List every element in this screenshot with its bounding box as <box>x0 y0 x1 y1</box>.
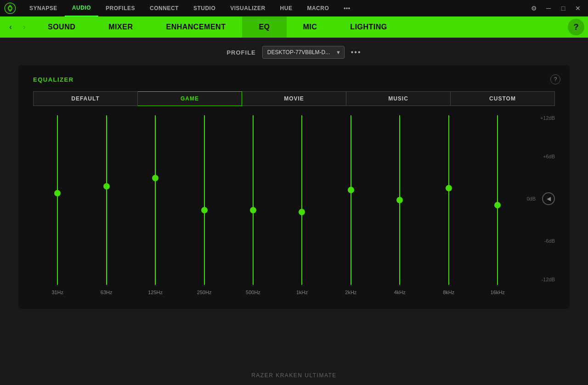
device-label: RAZER KRAKEN ULTIMATE <box>251 372 337 379</box>
preset-game[interactable]: GAME <box>138 91 242 106</box>
slider-thumb-125Hz[interactable] <box>152 175 158 181</box>
freq-label-16kHz: 16kHz <box>491 290 505 295</box>
tab-eq[interactable]: EQ <box>242 17 286 38</box>
eq-sliders-area: 31Hz63Hz125Hz250Hz500Hz1kHz2kHz4kHz8kHz1… <box>33 115 555 295</box>
help-button[interactable]: ? <box>568 19 584 35</box>
slider-track-16kHz[interactable] <box>497 115 498 285</box>
slider-col-250Hz: 250Hz <box>180 115 228 295</box>
slider-track-1kHz[interactable] <box>301 115 302 285</box>
tab-lighting[interactable]: LIGHTING <box>334 17 403 38</box>
slider-thumb-500Hz[interactable] <box>250 207 256 213</box>
profile-label: PROFILE <box>226 49 255 56</box>
freq-label-1kHz: 1kHz <box>296 290 308 295</box>
slider-thumb-2kHz[interactable] <box>348 187 354 193</box>
db-label-6minus: -6dB <box>544 238 555 244</box>
eq-sliders: 31Hz63Hz125Hz250Hz500Hz1kHz2kHz4kHz8kHz1… <box>33 115 522 295</box>
preset-music[interactable]: MUSIC <box>346 91 451 106</box>
slider-col-125Hz: 125Hz <box>131 115 180 295</box>
nav-visualizer[interactable]: VISUALIZER <box>223 0 272 17</box>
freq-label-250Hz: 250Hz <box>197 290 212 295</box>
slider-thumb-4kHz[interactable] <box>396 197 403 203</box>
eq-help-button[interactable]: ? <box>550 74 560 84</box>
db-label-0: 0dB <box>526 196 536 201</box>
slider-col-4kHz: 4kHz <box>375 115 424 295</box>
preset-movie[interactable]: MOVIE <box>242 91 346 106</box>
profile-bar: PROFILE DESKTOP-77VB8LM-D... ▼ ••• <box>0 38 588 65</box>
freq-label-500Hz: 500Hz <box>246 290 260 295</box>
profile-select-wrap[interactable]: DESKTOP-77VB8LM-D... ▼ <box>262 46 345 59</box>
nav-synapse[interactable]: SYNAPSE <box>22 0 65 17</box>
slider-track-250Hz[interactable] <box>204 115 205 285</box>
slider-col-2kHz: 2kHz <box>327 115 375 295</box>
nav-profiles[interactable]: PROFILES <box>98 0 142 17</box>
eq-title: EQUALIZER <box>33 76 555 83</box>
slider-track-2kHz[interactable] <box>351 115 351 285</box>
close-button[interactable]: ✕ <box>571 2 584 15</box>
settings-icon[interactable]: ⚙ <box>527 2 540 15</box>
slider-thumb-16kHz[interactable] <box>494 202 501 208</box>
app-logo[interactable] <box>4 2 17 15</box>
slider-col-8kHz: 8kHz <box>424 115 473 295</box>
nav-connect[interactable]: CONNECT <box>142 0 186 17</box>
nav-forward-arrow[interactable]: › <box>17 19 31 35</box>
slider-track-8kHz[interactable] <box>448 115 449 285</box>
nav-studio[interactable]: STUDIO <box>186 0 223 17</box>
window-controls: ⚙ ─ □ ✕ <box>527 2 584 15</box>
slider-track-63Hz[interactable] <box>106 115 107 285</box>
minimize-button[interactable]: ─ <box>542 2 555 15</box>
second-nav: ‹ › SOUND MIXER ENHANCEMENT EQ MIC LIGHT… <box>0 17 588 38</box>
nav-back-arrow[interactable]: ‹ <box>4 19 17 35</box>
preset-default[interactable]: DEFAULT <box>33 91 138 106</box>
slider-thumb-1kHz[interactable] <box>299 209 305 215</box>
db-label-12plus: +12dB <box>540 115 555 121</box>
main-content: EQUALIZER ? DEFAULT GAME MOVIE MUSIC CUS… <box>0 65 588 309</box>
tab-enhancement[interactable]: ENHANCEMENT <box>149 17 242 38</box>
slider-thumb-8kHz[interactable] <box>446 185 452 191</box>
slider-track-4kHz[interactable] <box>399 115 400 285</box>
nav-macro[interactable]: MACRO <box>300 0 336 17</box>
preset-custom[interactable]: CUSTOM <box>451 91 555 106</box>
freq-label-63Hz: 63Hz <box>101 290 113 295</box>
slider-track-125Hz[interactable] <box>155 115 156 285</box>
tab-mic[interactable]: MIC <box>287 17 334 38</box>
eq-panel: EQUALIZER ? DEFAULT GAME MOVIE MUSIC CUS… <box>18 65 570 309</box>
slider-col-16kHz: 16kHz <box>473 115 522 295</box>
nav-hue[interactable]: HUE <box>273 0 300 17</box>
eq-reset-button[interactable]: ◀ <box>542 192 555 205</box>
slider-thumb-63Hz[interactable] <box>103 183 110 190</box>
slider-thumb-31Hz[interactable] <box>54 190 61 196</box>
db-label-12minus: -12dB <box>542 277 555 282</box>
tab-mixer[interactable]: MIXER <box>92 17 149 38</box>
top-nav: SYNAPSE AUDIO PROFILES CONNECT STUDIO VI… <box>0 0 588 17</box>
profile-select[interactable]: DESKTOP-77VB8LM-D... <box>262 46 345 59</box>
slider-col-500Hz: 500Hz <box>229 115 277 295</box>
nav-audio[interactable]: AUDIO <box>65 0 98 17</box>
freq-label-8kHz: 8kHz <box>443 290 454 295</box>
freq-label-31Hz: 31Hz <box>51 290 63 295</box>
slider-track-500Hz[interactable] <box>253 115 254 285</box>
tab-sound[interactable]: SOUND <box>31 17 92 38</box>
maximize-button[interactable]: □ <box>557 2 570 15</box>
slider-col-31Hz: 31Hz <box>33 115 82 295</box>
slider-thumb-250Hz[interactable] <box>201 207 208 213</box>
slider-col-1kHz: 1kHz <box>277 115 326 295</box>
svg-point-1 <box>9 7 11 9</box>
profile-more-options[interactable]: ••• <box>351 48 362 56</box>
eq-presets: DEFAULT GAME MOVIE MUSIC CUSTOM <box>33 91 555 106</box>
freq-label-125Hz: 125Hz <box>148 290 163 295</box>
freq-label-4kHz: 4kHz <box>394 290 406 295</box>
slider-col-63Hz: 63Hz <box>82 115 130 295</box>
freq-label-2kHz: 2kHz <box>345 290 356 295</box>
db-label-6plus: +6dB <box>543 154 555 159</box>
slider-track-31Hz[interactable] <box>57 115 58 285</box>
nav-more[interactable]: ••• <box>336 0 357 17</box>
